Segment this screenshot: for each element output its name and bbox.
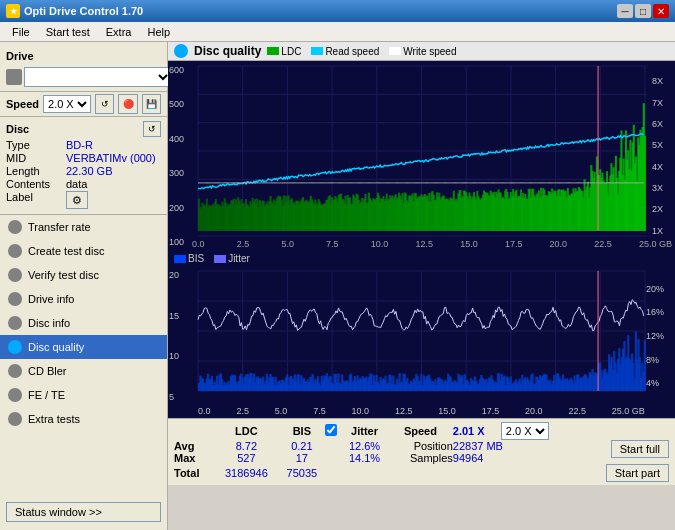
empty5: [341, 464, 388, 482]
y-right-16pct: 16%: [646, 307, 674, 317]
y-right-8x: 8X: [652, 76, 674, 86]
sidebar-item-drive-info[interactable]: Drive info: [0, 287, 167, 311]
samples-label: Samples: [388, 452, 453, 464]
stats-table: LDC BIS Jitter Speed 2.01 X 2.0 X A: [174, 422, 669, 482]
jitter-color: [214, 255, 226, 263]
disc-contents-row: Contents data: [6, 178, 161, 190]
speed-header: Speed: [388, 422, 453, 440]
y-right-4pct: 4%: [646, 378, 674, 388]
y-lower-10: 10: [169, 351, 195, 361]
x-0: 0.0: [198, 406, 211, 416]
disc-label-button[interactable]: ⚙: [66, 191, 88, 209]
ldc-avg: 8.72: [214, 440, 279, 452]
sidebar-item-disc-quality[interactable]: Disc quality: [0, 335, 167, 359]
drive-option-btn2[interactable]: 💾: [142, 94, 161, 114]
x-7-5: 7.5: [313, 406, 326, 416]
y-right-20pct: 20%: [646, 284, 674, 294]
disc-quality-header: Disc quality LDC Read speed Write speed: [168, 42, 675, 61]
sidebar-item-cd-bler[interactable]: CD Bler: [0, 359, 167, 383]
x-2-5: 2.5: [236, 406, 249, 416]
app-title: Opti Drive Control 1.70: [24, 5, 143, 17]
y-axis-right-upper: 8X 7X 6X 5X 4X 3X 2X 1X: [651, 61, 675, 251]
disc-type-key: Type: [6, 139, 66, 151]
empty7: [453, 464, 574, 482]
y-right-1x: 1X: [652, 226, 674, 236]
start-full-button[interactable]: Start full: [611, 440, 669, 458]
sidebar-item-verify-test-disc[interactable]: Verify test disc: [0, 263, 167, 287]
disc-label-row: Label ⚙: [6, 191, 161, 209]
x-22-5: 22.5: [568, 406, 586, 416]
menu-file[interactable]: File: [4, 24, 38, 40]
minimize-button[interactable]: ─: [617, 4, 633, 18]
legend-jitter: Jitter: [214, 253, 250, 264]
total-label: Total: [174, 464, 214, 482]
sidebar-item-transfer-rate[interactable]: Transfer rate: [0, 215, 167, 239]
disc-label-key: Label: [6, 191, 66, 209]
sidebar-label-disc-info: Disc info: [28, 317, 70, 329]
disc-type-val: BD-R: [66, 139, 93, 151]
empty3: [325, 452, 341, 464]
bis-header: BIS: [279, 422, 325, 440]
disc-refresh-button[interactable]: ↺: [143, 121, 161, 137]
speed-select-drive[interactable]: 2.0 X: [43, 95, 91, 113]
y-axis-right-lower: 20% 16% 12% 8% 4%: [645, 266, 675, 406]
read-speed-color: [311, 47, 323, 55]
menu-help[interactable]: Help: [139, 24, 178, 40]
stats-speed-select[interactable]: 2.0 X: [501, 422, 549, 440]
menu-start-test[interactable]: Start test: [38, 24, 98, 40]
x-12-5: 12.5: [395, 406, 413, 416]
disc-length-key: Length: [6, 165, 66, 177]
sidebar: Drive (J:) ATAPI iHBS212 2 HL05 ▲ Speed …: [0, 42, 168, 530]
drive-section: Drive (J:) ATAPI iHBS212 2 HL05 ▲: [0, 46, 167, 92]
menu-extra[interactable]: Extra: [98, 24, 140, 40]
bis-total: 75035: [279, 464, 325, 482]
y-lower-20: 20: [169, 270, 195, 280]
legend-read-speed-label: Read speed: [325, 46, 379, 57]
sidebar-label-disc-quality: Disc quality: [28, 341, 84, 353]
titlebar-left: ★ Opti Drive Control 1.70: [6, 4, 143, 18]
y-axis-left-lower: 20 15 10 5: [168, 266, 196, 406]
y-lower-5: 5: [169, 392, 195, 402]
drive-select[interactable]: (J:) ATAPI iHBS212 2 HL05: [24, 67, 172, 87]
sidebar-item-create-test-disc[interactable]: Create test disc: [0, 239, 167, 263]
sidebar-label-drive-info: Drive info: [28, 293, 74, 305]
sidebar-label-create-test-disc: Create test disc: [28, 245, 104, 257]
speed-refresh-button[interactable]: ↺: [95, 94, 114, 114]
maximize-button[interactable]: □: [635, 4, 651, 18]
legend: LDC Read speed Write speed: [267, 46, 456, 57]
speed-select-cell: 2.0 X: [501, 422, 574, 440]
speed-display-val: 2.01 X: [453, 425, 485, 437]
legend-ldc-label: LDC: [281, 46, 301, 57]
close-button[interactable]: ✕: [653, 4, 669, 18]
write-speed-color: [389, 47, 401, 55]
x-5: 5.0: [275, 406, 288, 416]
sidebar-item-fe-te[interactable]: FE / TE: [0, 383, 167, 407]
empty4: [325, 464, 341, 482]
disc-contents-key: Contents: [6, 178, 66, 190]
start-part-button[interactable]: Start part: [606, 464, 669, 482]
y-right-7x: 7X: [652, 98, 674, 108]
sidebar-item-extra-tests[interactable]: Extra tests: [0, 407, 167, 431]
jitter-checkbox[interactable]: [325, 424, 337, 436]
position-val: 22837 MB: [453, 440, 574, 452]
legend-bis-label: BIS: [188, 253, 204, 264]
y-right-6x: 6X: [652, 119, 674, 129]
lower-legend: BIS Jitter: [168, 251, 675, 266]
sidebar-label-fe-te: FE / TE: [28, 389, 65, 401]
sidebar-item-disc-info[interactable]: Disc info: [0, 311, 167, 335]
stats-avg-row: Avg 8.72 0.21 12.6% Position 22837 MB St…: [174, 440, 669, 452]
disc-contents-val: data: [66, 178, 87, 190]
drive-option-btn1[interactable]: 🔴: [118, 94, 137, 114]
disc-header: Disc ↺: [6, 121, 161, 137]
bis-color: [174, 255, 186, 263]
disc-label: Disc: [6, 123, 29, 135]
legend-write-speed-label: Write speed: [403, 46, 456, 57]
status-window-button[interactable]: Status window >>: [6, 502, 161, 522]
upper-chart-canvas: [168, 61, 675, 251]
titlebar: ★ Opti Drive Control 1.70 ─ □ ✕: [0, 0, 675, 22]
position-label: Position: [388, 440, 453, 452]
verify-test-disc-icon: [8, 268, 22, 282]
speed-section: Speed 2.0 X ↺ 🔴 💾: [0, 92, 167, 117]
speed-display-cell: 2.01 X: [453, 422, 501, 440]
avg-label: Avg: [174, 440, 214, 452]
